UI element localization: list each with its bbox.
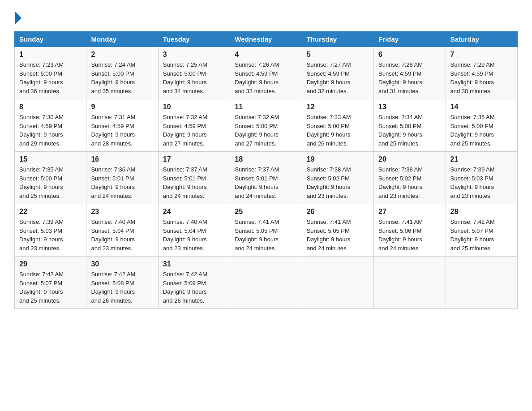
day-info: Sunrise: 7:29 AMSunset: 4:59 PMDaylight:… xyxy=(450,60,513,95)
day-info: Sunrise: 7:36 AMSunset: 5:01 PMDaylight:… xyxy=(91,165,153,200)
calendar-cell: 1Sunrise: 7:23 AMSunset: 5:00 PMDaylight… xyxy=(15,47,86,99)
calendar-cell: 5Sunrise: 7:27 AMSunset: 4:59 PMDaylight… xyxy=(302,47,373,99)
calendar-cell: 18Sunrise: 7:37 AMSunset: 5:01 PMDayligh… xyxy=(230,152,302,204)
day-number: 11 xyxy=(235,103,297,111)
day-number: 18 xyxy=(235,155,297,163)
weekday-header-wednesday: Wednesday xyxy=(230,32,302,47)
day-info: Sunrise: 7:37 AMSunset: 5:01 PMDaylight:… xyxy=(163,165,225,200)
day-number: 20 xyxy=(378,155,441,163)
day-number: 1 xyxy=(19,51,82,59)
calendar-cell: 16Sunrise: 7:36 AMSunset: 5:01 PMDayligh… xyxy=(86,152,158,204)
logo xyxy=(14,11,21,22)
calendar-cell: 19Sunrise: 7:38 AMSunset: 5:02 PMDayligh… xyxy=(302,152,373,204)
day-number: 22 xyxy=(19,208,82,216)
weekday-header-monday: Monday xyxy=(86,32,158,47)
calendar-cell: 10Sunrise: 7:32 AMSunset: 4:59 PMDayligh… xyxy=(158,99,230,152)
calendar-cell: 4Sunrise: 7:26 AMSunset: 4:59 PMDaylight… xyxy=(230,47,302,99)
day-info: Sunrise: 7:42 AMSunset: 5:07 PMDaylight:… xyxy=(19,270,82,305)
day-info: Sunrise: 7:32 AMSunset: 5:00 PMDaylight:… xyxy=(235,113,297,148)
calendar-table: SundayMondayTuesdayWednesdayThursdayFrid… xyxy=(14,31,518,309)
calendar-cell: 12Sunrise: 7:33 AMSunset: 5:00 PMDayligh… xyxy=(302,99,373,152)
calendar-header-row: SundayMondayTuesdayWednesdayThursdayFrid… xyxy=(15,32,518,47)
day-info: Sunrise: 7:24 AMSunset: 5:00 PMDaylight:… xyxy=(91,60,153,95)
day-number: 14 xyxy=(450,103,513,111)
day-number: 13 xyxy=(378,103,441,111)
day-number: 2 xyxy=(91,51,153,59)
calendar-cell: 3Sunrise: 7:25 AMSunset: 5:00 PMDaylight… xyxy=(158,47,230,99)
calendar-cell: 24Sunrise: 7:40 AMSunset: 5:04 PMDayligh… xyxy=(158,204,230,257)
day-number: 24 xyxy=(163,208,225,216)
calendar-cell: 31Sunrise: 7:42 AMSunset: 5:09 PMDayligh… xyxy=(158,257,230,309)
calendar-cell xyxy=(446,257,517,309)
day-info: Sunrise: 7:42 AMSunset: 5:07 PMDaylight:… xyxy=(450,218,513,253)
day-number: 6 xyxy=(378,51,441,59)
day-info: Sunrise: 7:39 AMSunset: 5:03 PMDaylight:… xyxy=(19,218,82,253)
calendar-cell: 29Sunrise: 7:42 AMSunset: 5:07 PMDayligh… xyxy=(15,257,86,309)
calendar-cell xyxy=(230,257,302,309)
day-info: Sunrise: 7:41 AMSunset: 5:06 PMDaylight:… xyxy=(378,218,441,253)
day-number: 12 xyxy=(307,103,369,111)
calendar-cell: 22Sunrise: 7:39 AMSunset: 5:03 PMDayligh… xyxy=(15,204,86,257)
day-info: Sunrise: 7:23 AMSunset: 5:00 PMDaylight:… xyxy=(19,60,82,95)
day-number: 3 xyxy=(163,51,225,59)
calendar-cell: 9Sunrise: 7:31 AMSunset: 4:59 PMDaylight… xyxy=(86,99,158,152)
day-number: 10 xyxy=(163,103,225,111)
day-number: 21 xyxy=(450,155,513,163)
day-number: 16 xyxy=(91,155,153,163)
day-number: 15 xyxy=(19,155,82,163)
weekday-header-saturday: Saturday xyxy=(446,32,517,47)
day-number: 28 xyxy=(450,208,513,216)
day-info: Sunrise: 7:39 AMSunset: 5:03 PMDaylight:… xyxy=(450,165,513,200)
calendar-week-row: 29Sunrise: 7:42 AMSunset: 5:07 PMDayligh… xyxy=(15,257,518,309)
day-info: Sunrise: 7:27 AMSunset: 4:59 PMDaylight:… xyxy=(307,60,369,95)
calendar-cell: 25Sunrise: 7:41 AMSunset: 5:05 PMDayligh… xyxy=(230,204,302,257)
day-number: 19 xyxy=(307,155,369,163)
calendar-cell: 21Sunrise: 7:39 AMSunset: 5:03 PMDayligh… xyxy=(446,152,517,204)
calendar-cell: 7Sunrise: 7:29 AMSunset: 4:59 PMDaylight… xyxy=(446,47,517,99)
day-info: Sunrise: 7:32 AMSunset: 4:59 PMDaylight:… xyxy=(163,113,225,148)
day-number: 5 xyxy=(307,51,369,59)
day-info: Sunrise: 7:40 AMSunset: 5:04 PMDaylight:… xyxy=(163,218,225,253)
day-number: 8 xyxy=(19,103,82,111)
day-number: 27 xyxy=(378,208,441,216)
calendar-cell: 8Sunrise: 7:30 AMSunset: 4:59 PMDaylight… xyxy=(15,99,86,152)
day-number: 23 xyxy=(91,208,153,216)
calendar-cell: 17Sunrise: 7:37 AMSunset: 5:01 PMDayligh… xyxy=(158,152,230,204)
day-number: 9 xyxy=(91,103,153,111)
calendar-cell: 11Sunrise: 7:32 AMSunset: 5:00 PMDayligh… xyxy=(230,99,302,152)
day-number: 17 xyxy=(163,155,225,163)
weekday-header-friday: Friday xyxy=(374,32,446,47)
calendar-cell: 6Sunrise: 7:28 AMSunset: 4:59 PMDaylight… xyxy=(374,47,446,99)
day-info: Sunrise: 7:28 AMSunset: 4:59 PMDaylight:… xyxy=(378,60,441,95)
day-info: Sunrise: 7:41 AMSunset: 5:05 PMDaylight:… xyxy=(307,218,369,253)
calendar-cell xyxy=(302,257,373,309)
calendar-week-row: 22Sunrise: 7:39 AMSunset: 5:03 PMDayligh… xyxy=(15,204,518,257)
weekday-header-tuesday: Tuesday xyxy=(158,32,230,47)
day-info: Sunrise: 7:33 AMSunset: 5:00 PMDaylight:… xyxy=(307,113,369,148)
day-info: Sunrise: 7:26 AMSunset: 4:59 PMDaylight:… xyxy=(235,60,297,95)
day-info: Sunrise: 7:35 AMSunset: 5:00 PMDaylight:… xyxy=(450,113,513,148)
day-info: Sunrise: 7:25 AMSunset: 5:00 PMDaylight:… xyxy=(163,60,225,95)
calendar-cell: 27Sunrise: 7:41 AMSunset: 5:06 PMDayligh… xyxy=(374,204,446,257)
day-number: 29 xyxy=(19,260,82,268)
day-info: Sunrise: 7:34 AMSunset: 5:00 PMDaylight:… xyxy=(378,113,441,148)
day-number: 26 xyxy=(307,208,369,216)
calendar-cell: 26Sunrise: 7:41 AMSunset: 5:05 PMDayligh… xyxy=(302,204,373,257)
calendar-cell xyxy=(374,257,446,309)
page-header xyxy=(14,11,518,22)
day-number: 25 xyxy=(235,208,297,216)
weekday-header-sunday: Sunday xyxy=(15,32,86,47)
calendar-week-row: 15Sunrise: 7:35 AMSunset: 5:00 PMDayligh… xyxy=(15,152,518,204)
day-info: Sunrise: 7:38 AMSunset: 5:02 PMDaylight:… xyxy=(307,165,369,200)
calendar-cell: 2Sunrise: 7:24 AMSunset: 5:00 PMDaylight… xyxy=(86,47,158,99)
day-info: Sunrise: 7:40 AMSunset: 5:04 PMDaylight:… xyxy=(91,218,153,253)
calendar-cell: 14Sunrise: 7:35 AMSunset: 5:00 PMDayligh… xyxy=(446,99,517,152)
calendar-cell: 15Sunrise: 7:35 AMSunset: 5:00 PMDayligh… xyxy=(15,152,86,204)
calendar-cell: 30Sunrise: 7:42 AMSunset: 5:08 PMDayligh… xyxy=(86,257,158,309)
day-number: 31 xyxy=(163,260,225,268)
day-info: Sunrise: 7:31 AMSunset: 4:59 PMDaylight:… xyxy=(91,113,153,148)
calendar-week-row: 8Sunrise: 7:30 AMSunset: 4:59 PMDaylight… xyxy=(15,99,518,152)
day-number: 4 xyxy=(235,51,297,59)
day-info: Sunrise: 7:37 AMSunset: 5:01 PMDaylight:… xyxy=(235,165,297,200)
calendar-cell: 28Sunrise: 7:42 AMSunset: 5:07 PMDayligh… xyxy=(446,204,517,257)
